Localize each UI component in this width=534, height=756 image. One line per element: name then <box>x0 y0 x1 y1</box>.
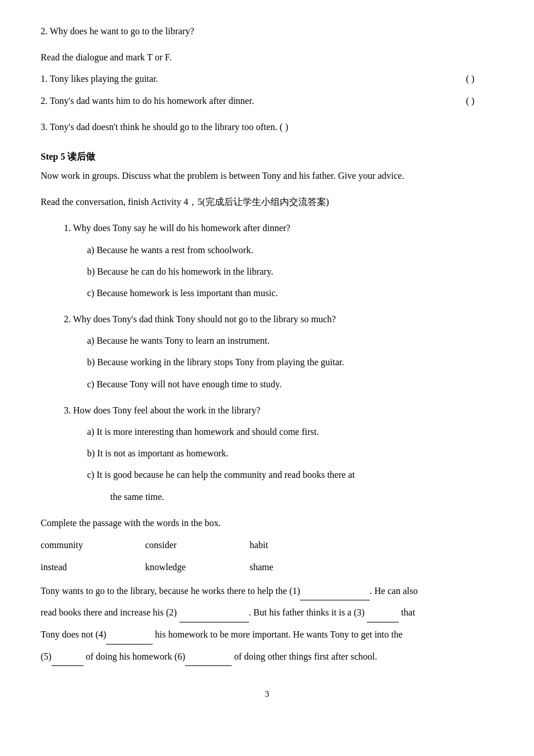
aq3-option-b-text: b) It is not as important as homework. <box>87 448 229 458</box>
activity-question-2: 2. Why does Tony's dad think Tony should… <box>41 311 493 392</box>
words-row-2: instead knowledge shame <box>41 559 493 576</box>
passage-line-1: Tony wants to go to the library, because… <box>41 581 493 601</box>
blank-6 <box>185 665 232 666</box>
aq3-option-c-cont-text: the same time. <box>110 492 164 502</box>
page-content: 2. Why does he want to go to the library… <box>41 23 493 666</box>
passage-line-4: (5) of doing his homework (6) of doing o… <box>41 647 493 667</box>
step5-heading: Step 5 读后做 <box>41 151 493 163</box>
activity-question-1: 1. Why does Tony say he will do his home… <box>41 220 493 301</box>
tf-question-3-text: 3. Tony's dad doesn't think he should go… <box>41 122 288 132</box>
aq1-option-b: b) Because he can do his homework in the… <box>41 264 493 279</box>
aq3-option-b: b) It is not as important as homework. <box>41 445 493 461</box>
aq1-option-c: c) Because homework is less important th… <box>41 285 493 301</box>
aq2-option-c: c) Because Tony will not have enough tim… <box>41 376 493 392</box>
tf-question-1: 1. Tony likes playing the guitar. ( ) <box>41 71 493 87</box>
aq2-option-a-text: a) Because he wants Tony to learn an ins… <box>87 336 270 345</box>
complete-passage-instruction: Complete the passage with the words in t… <box>41 515 493 531</box>
aq2-option-b: b) Because working in the library stops … <box>41 354 493 370</box>
step5-instruction1: Now work in groups. Discuss what the pro… <box>41 168 493 183</box>
aq3-option-c: c) It is good because he can help the co… <box>41 467 493 483</box>
word-knowledge: knowledge <box>145 559 250 576</box>
aq1-question: Why does Tony say he will do his homewor… <box>73 223 291 233</box>
aq2-number: 2. <box>64 314 73 324</box>
passage-line-2: read books there and increase his (2) . … <box>41 603 493 622</box>
blank-1 <box>300 600 370 600</box>
tf-question-1-text: 1. Tony likes playing the guitar. <box>41 71 447 87</box>
question-2-top: 2. Why does he want to go to the library… <box>41 23 493 39</box>
aq1-text: 1. Why does Tony say he will do his home… <box>41 220 493 236</box>
word-community: community <box>41 537 145 554</box>
blank-2 <box>179 622 249 622</box>
aq2-option-a: a) Because he wants Tony to learn an ins… <box>41 333 493 348</box>
aq1-option-c-text: c) Because homework is less important th… <box>87 288 278 298</box>
word-habit: habit <box>250 537 354 554</box>
aq2-option-b-text: b) Because working in the library stops … <box>87 357 344 367</box>
aq2-text: 2. Why does Tony's dad think Tony should… <box>41 311 493 327</box>
words-row-1: community consider habit <box>41 537 493 554</box>
word-shame: shame <box>250 559 354 576</box>
complete-passage-section: Complete the passage with the words in t… <box>41 515 493 666</box>
aq3-option-a: a) It is more interesting than homework … <box>41 424 493 440</box>
tf-question-1-bracket: ( ) <box>447 71 493 87</box>
aq1-option-a: a) Because he wants a rest from schoolwo… <box>41 242 493 258</box>
aq3-option-a-text: a) It is more interesting than homework … <box>87 427 319 437</box>
aq2-option-c-text: c) Because Tony will not have enough tim… <box>87 379 282 389</box>
read-conversation-text: Read the conversation, finish Activity 4… <box>41 197 329 207</box>
word-consider: consider <box>145 537 250 554</box>
aq3-number: 3. <box>64 405 73 415</box>
read-dialogue-instruction: Read the dialogue and mark T or F. <box>41 49 493 65</box>
aq3-question: How does Tony feel about the work in the… <box>73 405 261 415</box>
aq2-question: Why does Tony's dad think Tony should no… <box>73 314 336 324</box>
aq3-option-c-text: c) It is good because he can help the co… <box>87 470 355 480</box>
tf-question-2-text: 2. Tony's dad wants him to do his homewo… <box>41 93 447 109</box>
aq1-number: 1. <box>64 223 73 233</box>
blank-4 <box>106 644 153 645</box>
tf-question-3: 3. Tony's dad doesn't think he should go… <box>41 119 493 135</box>
step5-section: Step 5 读后做 Now work in groups. Discuss w… <box>41 151 493 183</box>
page-number: 3 <box>41 689 493 699</box>
read-conversation-instruction: Read the conversation, finish Activity 4… <box>41 194 493 210</box>
word-instead: instead <box>41 559 145 576</box>
activity-question-3: 3. How does Tony feel about the work in … <box>41 402 493 505</box>
blank-5 <box>52 665 84 666</box>
passage-line-3: Tony does not (4) his homework to be mor… <box>41 625 493 645</box>
aq1-option-b-text: b) Because he can do his homework in the… <box>87 267 273 276</box>
blank-3 <box>367 622 399 622</box>
tf-question-2-bracket: ( ) <box>447 93 493 109</box>
aq3-option-c-continued: the same time. <box>41 489 493 505</box>
tf-question-2: 2. Tony's dad wants him to do his homewo… <box>41 93 493 109</box>
aq3-text: 3. How does Tony feel about the work in … <box>41 402 493 418</box>
